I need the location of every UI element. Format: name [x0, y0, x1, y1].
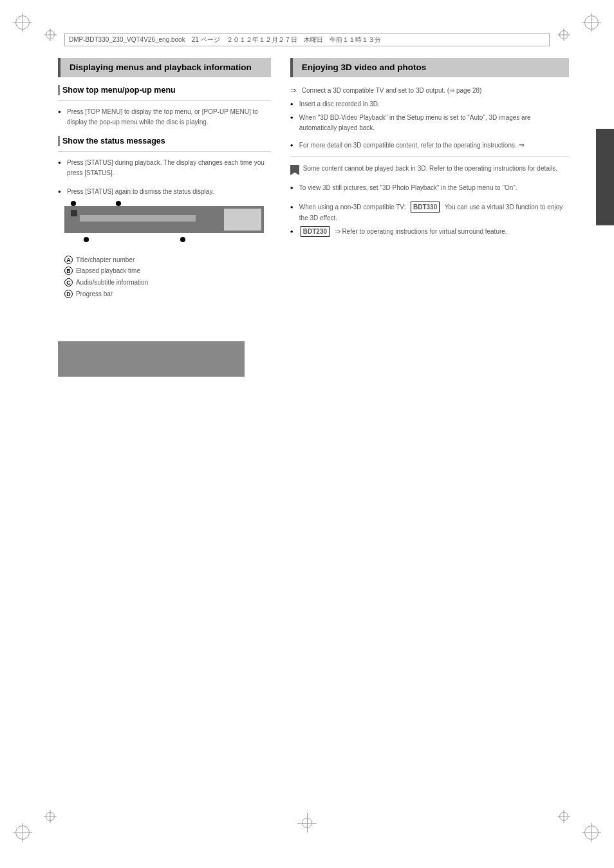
- sub1-bullet-1: Press [TOP MENU] to display the top menu…: [58, 106, 271, 127]
- sub1-title: Show top menu/pop-up menu: [58, 85, 271, 95]
- bdt330-badge: BDT330: [411, 202, 440, 212]
- main-content: Displaying menus and playback informatio…: [58, 58, 569, 739]
- right-section-title: Enjoying 3D video and photos: [290, 58, 569, 77]
- inner-mark-bottom-left: [44, 810, 57, 823]
- right-bullet-4: To view 3D still pictures, set "3D Photo…: [290, 182, 569, 193]
- bookmark-note: Some content cannot be played back in 3D…: [290, 164, 569, 177]
- inner-mark-top-right: [557, 28, 570, 41]
- right-column: Enjoying 3D video and photos Connect a 3…: [290, 58, 569, 377]
- left-column: Displaying menus and playback informatio…: [58, 58, 271, 377]
- reg-mark-bottom-right: [582, 823, 601, 842]
- right-arrow-1: Connect a 3D compatible TV and set to 3D…: [290, 85, 569, 95]
- right-bullet-6: BDT230 ⇒ Refer to operating instructions…: [290, 226, 569, 237]
- bottom-center-mark: [297, 813, 317, 833]
- dot-marker-b: [116, 201, 121, 206]
- sub2-title: Show the status messages: [58, 136, 271, 146]
- dot-marker-c: [84, 237, 89, 242]
- sub2-bullet-2: Press [STATUS] again to dismiss the stat…: [58, 186, 271, 196]
- right-bullet-1: Insert a disc recorded in 3D.: [290, 99, 569, 109]
- reg-mark-top-left: [13, 13, 32, 32]
- reg-mark-top-right: [582, 13, 601, 32]
- gray-info-box: [58, 341, 271, 377]
- header-meta: DMP-BDT330_230_VQT4V26_eng.book 21 ページ ２…: [64, 33, 550, 46]
- dot-marker-d: [180, 237, 185, 242]
- inner-mark-bottom-right: [557, 810, 570, 823]
- sub2-bullet-1: Press [STATUS] during playback. The disp…: [58, 157, 271, 178]
- status-diagram: A Title/chapter number B Elapsed playbac…: [58, 206, 271, 277]
- diagram-labels: A Title/chapter number B Elapsed playbac…: [64, 254, 148, 300]
- left-section-title: Displaying menus and playback informatio…: [58, 58, 271, 77]
- right-bullet-2: When "3D BD-Video Playback" in the Setup…: [290, 112, 569, 133]
- right-side-tab: [596, 129, 614, 225]
- right-bullet-3: For more detail on 3D compatible content…: [290, 140, 569, 151]
- right-bullet-5: When using a non-3D compatible TV: BDT33…: [290, 202, 569, 223]
- inner-mark-top-left: [44, 28, 57, 41]
- reg-mark-bottom-left: [13, 823, 32, 842]
- bdt230-badge: BDT230: [301, 226, 330, 237]
- dot-marker-a: [71, 201, 76, 206]
